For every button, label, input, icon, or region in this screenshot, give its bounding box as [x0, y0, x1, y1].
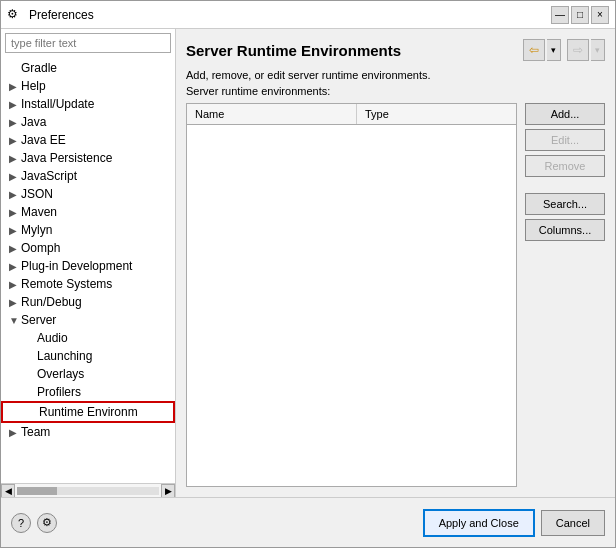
- tree-item-server[interactable]: ▼ Server: [1, 311, 175, 329]
- tree-item-label: JavaScript: [21, 169, 171, 183]
- scroll-track[interactable]: [17, 487, 159, 495]
- maximize-button[interactable]: □: [571, 6, 589, 24]
- add-button[interactable]: Add...: [525, 103, 605, 125]
- left-panel: Gradle ▶ Help ▶ Install/Update ▶ Java: [1, 29, 176, 497]
- tree-item-rundebug[interactable]: ▶ Run/Debug: [1, 293, 175, 311]
- scroll-thumb[interactable]: [17, 487, 57, 495]
- horizontal-scrollbar[interactable]: ◀ ▶: [1, 483, 175, 497]
- tree-item-launching[interactable]: Launching: [1, 347, 175, 365]
- tree-item-runtime[interactable]: Runtime Environm: [1, 401, 175, 423]
- arrow-icon: ▶: [9, 279, 21, 290]
- tree-item-team[interactable]: ▶ Team: [1, 423, 175, 441]
- arrow-icon: ▶: [9, 261, 21, 272]
- table-header: Name Type: [187, 104, 516, 125]
- preferences-window: ⚙ Preferences — □ × Gradle ▶ Help: [0, 0, 616, 548]
- arrow-icon: ▶: [9, 81, 21, 92]
- nav-arrows: ⇦ ▾ ⇨ ▾: [523, 39, 605, 61]
- tree-item-javapersistence[interactable]: ▶ Java Persistence: [1, 149, 175, 167]
- minimize-button[interactable]: —: [551, 6, 569, 24]
- tree-item-profilers[interactable]: Profilers: [1, 383, 175, 401]
- tree-item-label: Launching: [37, 349, 171, 363]
- tree-item-label: Team: [21, 425, 171, 439]
- tree-item-gradle[interactable]: Gradle: [1, 59, 175, 77]
- tree-item-java[interactable]: ▶ Java: [1, 113, 175, 131]
- cancel-button[interactable]: Cancel: [541, 510, 605, 536]
- tree-item-label: Runtime Environm: [39, 405, 169, 419]
- arrow-icon: ▶: [9, 117, 21, 128]
- back-dropdown-button[interactable]: ▾: [547, 39, 561, 61]
- tree-item-label: Profilers: [37, 385, 171, 399]
- tree-area[interactable]: Gradle ▶ Help ▶ Install/Update ▶ Java: [1, 57, 175, 483]
- settings-icon-button[interactable]: ⚙: [37, 513, 57, 533]
- environments-table: Name Type: [186, 103, 517, 487]
- tree-item-audio[interactable]: Audio: [1, 329, 175, 347]
- tree-item-label: Server: [21, 313, 171, 327]
- tree-item-label: Audio: [37, 331, 171, 345]
- tree-item-javaee[interactable]: ▶ Java EE: [1, 131, 175, 149]
- tree-item-json[interactable]: ▶ JSON: [1, 185, 175, 203]
- table-body: [187, 125, 516, 486]
- arrow-icon: ▼: [9, 315, 21, 326]
- arrow-icon: ▶: [9, 171, 21, 182]
- tree-item-label: Help: [21, 79, 171, 93]
- remove-button[interactable]: Remove: [525, 155, 605, 177]
- tree-item-label: Java Persistence: [21, 151, 171, 165]
- search-button[interactable]: Search...: [525, 193, 605, 215]
- bottom-bar: ? ⚙ Apply and Close Cancel: [1, 497, 615, 547]
- window-controls: — □ ×: [551, 6, 609, 24]
- arrow-icon: ▶: [9, 135, 21, 146]
- tree-item-label: Gradle: [21, 61, 171, 75]
- edit-button[interactable]: Edit...: [525, 129, 605, 151]
- arrow-icon: ▶: [9, 243, 21, 254]
- title-bar: ⚙ Preferences — □ ×: [1, 1, 615, 29]
- tree-item-label: Remote Systems: [21, 277, 171, 291]
- tree-item-label: Run/Debug: [21, 295, 171, 309]
- arrow-icon: ▶: [9, 207, 21, 218]
- panel-description: Add, remove, or edit server runtime envi…: [186, 69, 605, 81]
- tree-item-javascript[interactable]: ▶ JavaScript: [1, 167, 175, 185]
- tree-item-help[interactable]: ▶ Help: [1, 77, 175, 95]
- panel-title: Server Runtime Environments: [186, 42, 523, 59]
- right-panel: Server Runtime Environments ⇦ ▾ ⇨ ▾ Add,…: [176, 29, 615, 497]
- tree-item-plugin[interactable]: ▶ Plug-in Development: [1, 257, 175, 275]
- tree-item-label: Plug-in Development: [21, 259, 171, 273]
- side-buttons: Add... Edit... Remove Search... Columns.…: [525, 103, 605, 487]
- help-button[interactable]: ?: [11, 513, 31, 533]
- tree-item-label: Mylyn: [21, 223, 171, 237]
- button-spacer: [525, 181, 605, 189]
- arrow-icon: ▶: [9, 297, 21, 308]
- tree-item-oomph[interactable]: ▶ Oomph: [1, 239, 175, 257]
- tree-item-label: Java EE: [21, 133, 171, 147]
- apply-close-button[interactable]: Apply and Close: [423, 509, 535, 537]
- tree-item-mylyn[interactable]: ▶ Mylyn: [1, 221, 175, 239]
- tree-item-label: Install/Update: [21, 97, 171, 111]
- tree-item-label: Maven: [21, 205, 171, 219]
- back-button[interactable]: ⇦: [523, 39, 545, 61]
- tree-item-maven[interactable]: ▶ Maven: [1, 203, 175, 221]
- column-type: Type: [357, 104, 516, 124]
- arrow-icon: ▶: [9, 225, 21, 236]
- filter-input[interactable]: [5, 33, 171, 53]
- tree-item-remote[interactable]: ▶ Remote Systems: [1, 275, 175, 293]
- panel-sub-label: Server runtime environments:: [186, 85, 605, 97]
- table-area: Name Type Add... Edit... Remove Search..…: [186, 103, 605, 487]
- forward-dropdown-button[interactable]: ▾: [591, 39, 605, 61]
- tree-item-label: JSON: [21, 187, 171, 201]
- scroll-right-button[interactable]: ▶: [161, 484, 175, 498]
- tree-item-label: Oomph: [21, 241, 171, 255]
- arrow-icon: ▶: [9, 153, 21, 164]
- window-icon: ⚙: [7, 7, 23, 23]
- tree-item-overlays[interactable]: Overlays: [1, 365, 175, 383]
- tree-item-install[interactable]: ▶ Install/Update: [1, 95, 175, 113]
- close-button[interactable]: ×: [591, 6, 609, 24]
- help-icons: ? ⚙: [11, 513, 57, 533]
- arrow-icon: ▶: [9, 189, 21, 200]
- columns-button[interactable]: Columns...: [525, 219, 605, 241]
- forward-button[interactable]: ⇨: [567, 39, 589, 61]
- content-area: Gradle ▶ Help ▶ Install/Update ▶ Java: [1, 29, 615, 497]
- tree-item-label: Overlays: [37, 367, 171, 381]
- arrow-icon: ▶: [9, 427, 21, 438]
- scroll-left-button[interactable]: ◀: [1, 484, 15, 498]
- arrow-icon: ▶: [9, 99, 21, 110]
- right-panel-header: Server Runtime Environments ⇦ ▾ ⇨ ▾: [186, 39, 605, 61]
